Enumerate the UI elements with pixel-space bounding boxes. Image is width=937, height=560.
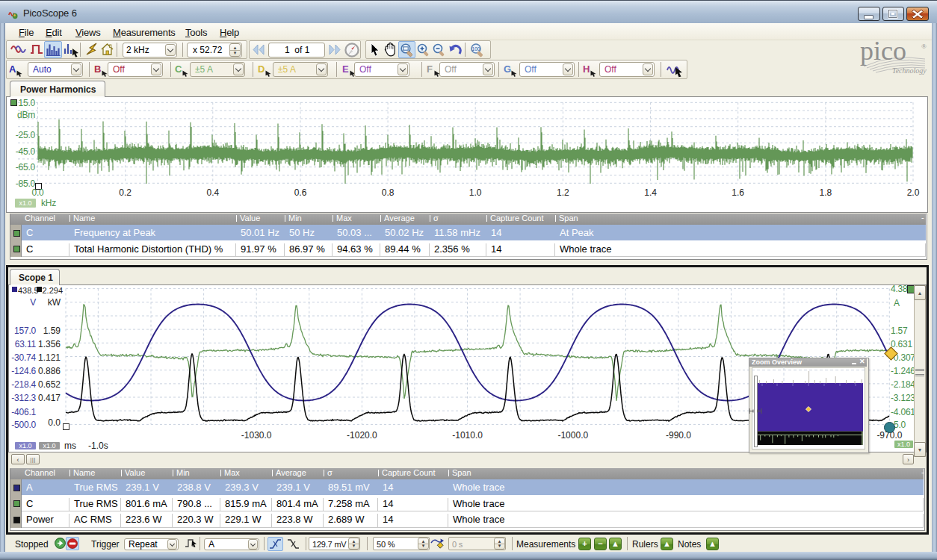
svg-text:Technology: Technology xyxy=(892,66,927,75)
svg-text:100: 100 xyxy=(472,46,480,52)
svg-text:®: ® xyxy=(921,43,927,50)
svg-text:pico: pico xyxy=(860,39,906,66)
